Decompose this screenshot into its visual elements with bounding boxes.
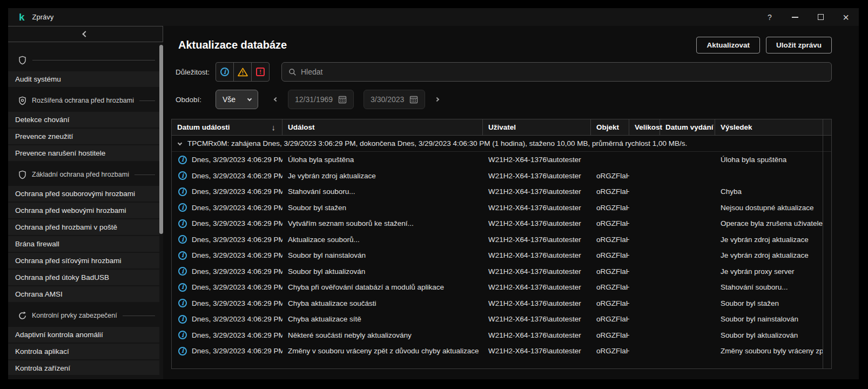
table-row[interactable]: Dnes, 3/29/2023 4:06:29 PM Soubor byl ak…	[172, 264, 831, 280]
date-to-value: 3/30/2023	[371, 95, 404, 104]
sidebar-item[interactable]: Audit systému	[8, 71, 159, 87]
sidebar-item[interactable]: Ochrana před hrozbami v poště	[8, 219, 159, 235]
save-report-button[interactable]: Uložit zprávu	[766, 37, 832, 53]
event-name: Chyba při ověřování databází a modulů ap…	[282, 279, 483, 296]
severity-label: Důležitost:	[176, 68, 216, 76]
info-icon	[178, 219, 187, 228]
table-row[interactable]: Dnes, 3/29/2023 4:06:29 PM Některé součá…	[172, 327, 831, 344]
event-user: W21H2-X64-1376\autotester	[483, 311, 591, 327]
events-table: Datum události ↓ Událost Uživatel Objekt…	[171, 119, 832, 369]
shield-dot-icon	[18, 96, 27, 105]
sidebar-item[interactable]: Ochrana před webovými hrozbami	[8, 203, 159, 218]
table-row[interactable]: Dnes, 3/29/2023 4:06:29 PM Chyba aktuali…	[172, 311, 831, 327]
update-button[interactable]: Aktualizovat	[696, 37, 760, 53]
period-select-value: Vše	[223, 95, 235, 104]
sidebar-item[interactable]: Kontrola zařízení	[8, 360, 159, 375]
date-to-field[interactable]: 3/30/2023	[364, 90, 425, 109]
column-header-result[interactable]: Výsledek	[715, 119, 823, 135]
app-window: k Zprávy ? × Audit systémuRozšířená ochr…	[8, 8, 859, 379]
table-row[interactable]: Dnes, 3/29/2023 4:06:29 PM Je vybrán zdr…	[172, 168, 831, 184]
event-size	[629, 247, 660, 264]
chevron-left-icon	[274, 97, 278, 102]
header-actions: Aktualizovat Uložit zprávu	[696, 37, 832, 53]
period-label: Období:	[176, 96, 216, 104]
sidebar-item[interactable]: Prevence narušení hostitele	[8, 145, 159, 161]
sidebar-collapse-button[interactable]	[8, 26, 163, 42]
column-header-object[interactable]: Objekt	[591, 119, 629, 135]
event-result: Stahování souboru...	[715, 279, 823, 296]
table-row[interactable]: Dnes, 3/29/2023 4:06:29 PM Aktualizace s…	[172, 232, 831, 248]
table-row[interactable]: Dnes, 3/29/2023 4:06:29 PM Úloha byla sp…	[172, 152, 831, 168]
calendar-icon	[409, 95, 418, 104]
table-row[interactable]: Dnes, 3/29/2023 4:06:29 PM Vytvářím sezn…	[172, 216, 831, 232]
event-size	[629, 152, 660, 168]
info-icon	[178, 171, 187, 180]
close-button[interactable]: ×	[840, 11, 851, 24]
task-group-row[interactable]: TPCMRx0M: zahájena Dnes, 3/29/2023 3:06:…	[172, 136, 831, 152]
column-header-event[interactable]: Událost	[282, 119, 483, 135]
event-issued	[660, 264, 715, 280]
main-panel: Aktualizace databáze Aktualizovat Uložit…	[163, 26, 859, 379]
sidebar-section-label: Základní ochrana před hrozbami	[32, 171, 129, 178]
sidebar: Audit systémuRozšířená ochrana před hroz…	[8, 26, 163, 379]
event-date: Dnes, 3/29/2023 4:06:29 PM	[192, 156, 282, 164]
event-object: oRGZFlaH	[591, 200, 629, 216]
period-select[interactable]: Vše	[216, 90, 258, 109]
severity-critical-button[interactable]	[251, 62, 270, 82]
table-row[interactable]: Dnes, 3/29/2023 4:06:29 PM Změny v soubo…	[172, 343, 831, 359]
date-from-field[interactable]: 12/31/1969	[288, 90, 354, 109]
severity-warning-button[interactable]	[233, 62, 252, 82]
event-object: oRGZFlaH	[591, 216, 629, 232]
severity-filter-group	[216, 62, 270, 82]
event-result: Chyba	[715, 184, 823, 200]
event-name: Chyba aktualizace součásti	[282, 296, 483, 312]
event-result: Je vybrán zdroj aktualizace	[715, 247, 823, 264]
sidebar-item[interactable]: Ochrana před útoky BadUSB	[8, 270, 159, 285]
event-date: Dnes, 3/29/2023 4:06:29 PM	[192, 204, 282, 212]
event-size	[629, 343, 660, 359]
table-row[interactable]: Dnes, 3/29/2023 4:06:29 PM Stahování sou…	[172, 184, 831, 200]
search-input[interactable]	[301, 68, 825, 76]
event-result	[715, 168, 823, 184]
event-user: W21H2-X64-1376\autotester	[483, 296, 591, 312]
refresh-icon	[18, 311, 27, 320]
maximize-button[interactable]	[815, 11, 826, 24]
sidebar-item[interactable]: Prevence zneužití	[8, 129, 159, 144]
sidebar-item[interactable]: Ochrana před souborovými hrozbami	[8, 186, 159, 202]
critical-icon	[256, 68, 265, 76]
help-button[interactable]: ?	[764, 11, 775, 24]
table-gutter-divider	[823, 119, 823, 368]
sidebar-item[interactable]: Brána firewall	[8, 236, 159, 252]
column-header-user[interactable]: Uživatel	[483, 119, 591, 135]
shield-icon	[18, 170, 27, 179]
search-box[interactable]	[281, 62, 832, 82]
event-size	[629, 216, 660, 232]
column-header-size[interactable]: Velikost	[629, 119, 660, 135]
event-issued	[660, 232, 715, 248]
sidebar-scrollbar[interactable]	[159, 45, 163, 234]
column-header-date[interactable]: Datum události ↓	[172, 119, 282, 135]
event-object: oRGZFlaH	[591, 327, 629, 344]
sidebar-item[interactable]: Detekce chování	[8, 112, 159, 128]
table-row[interactable]: Dnes, 3/29/2023 4:06:29 PM Soubor byl na…	[172, 247, 831, 264]
column-header-issued[interactable]: Datum vydání	[660, 119, 715, 135]
severity-info-button[interactable]	[216, 62, 234, 82]
minimize-button[interactable]	[790, 11, 800, 24]
sidebar-section-header	[8, 52, 159, 68]
search-icon	[288, 68, 297, 76]
event-issued	[660, 184, 715, 200]
period-next-button[interactable]	[430, 98, 444, 101]
sidebar-item[interactable]: Ochrana před síťovými hrozbami	[8, 253, 159, 269]
event-object	[591, 152, 629, 168]
table-row[interactable]: Dnes, 3/29/2023 4:06:29 PM Chyba aktuali…	[172, 296, 831, 312]
kaspersky-logo-icon: k	[19, 12, 25, 22]
sidebar-item[interactable]: Kontrola aplikací	[8, 344, 159, 359]
event-user: W21H2-X64-1376\autotester	[483, 200, 591, 216]
event-date: Dnes, 3/29/2023 4:06:29 PM	[192, 299, 282, 307]
period-prev-button[interactable]	[269, 98, 283, 101]
table-row[interactable]: Dnes, 3/29/2023 4:06:29 PM Chyba při ově…	[172, 279, 831, 296]
table-row[interactable]: Dnes, 3/29/2023 4:06:29 PM Soubor byl st…	[172, 200, 831, 216]
event-issued	[660, 247, 715, 264]
sidebar-item[interactable]: Adaptivní kontrola anomálií	[8, 327, 159, 343]
sidebar-item[interactable]: Ochrana AMSI	[8, 286, 159, 302]
